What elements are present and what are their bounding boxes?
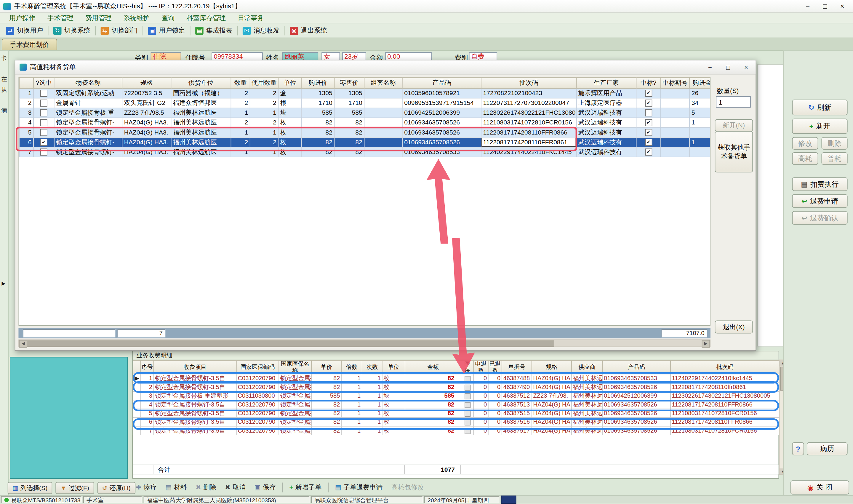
column-header[interactable]: 供货单位 xyxy=(171,78,231,89)
cell-seq[interactable]: 5 xyxy=(141,409,154,417)
cell-sel[interactable] xyxy=(34,98,54,108)
cell-product[interactable]: 0106934635708533 xyxy=(602,374,671,382)
cell-spec[interactable]: HAZ04(G) HA3. xyxy=(122,128,171,138)
cell-retail[interactable]: 1305 xyxy=(334,88,364,98)
column-header[interactable]: 单价 xyxy=(311,360,341,374)
cell-supplier[interactable]: 福州美林远 xyxy=(571,400,603,409)
column-header[interactable]: 国家医保名称 xyxy=(279,360,311,374)
cell-seq[interactable]: 1 xyxy=(141,374,154,382)
cell-product[interactable]: 0103596010578921 xyxy=(402,88,481,98)
cell-refd[interactable]: 0 xyxy=(488,426,502,435)
clinic-button[interactable]: ✚诊疗 xyxy=(132,482,161,493)
cell-num[interactable]: 5 xyxy=(19,128,34,138)
exit-dialog-button[interactable]: 退出(X) xyxy=(715,320,753,333)
column-header[interactable]: 使用数量 xyxy=(250,78,278,89)
suborder-refund-button[interactable]: ▤子单退费申请 xyxy=(331,482,386,493)
cell-item[interactable]: 锁定型金属接骨螺钉-3.5自 xyxy=(154,417,236,426)
table-row[interactable]: 4锁定型金属接骨螺钉-3.5自C0312020790锁定型金属接8211枚820… xyxy=(133,400,779,409)
integrated-report-button[interactable]: ▤集成报表 xyxy=(192,26,236,35)
column-header[interactable]: 数量 xyxy=(231,78,250,89)
cell-insname[interactable]: 锁定型金属接 xyxy=(279,383,311,391)
charge-detail-grid[interactable]: 序号收费项目国家医保编码国家医保名称单价倍数次数单位金额医保申退数已退数单据号规… xyxy=(133,360,780,435)
cell-unit[interactable]: 枚 xyxy=(278,147,302,157)
cell-qty[interactable]: 2 xyxy=(231,88,250,98)
column-header[interactable]: 批次码 xyxy=(671,360,779,374)
cell-buy[interactable]: 1710 xyxy=(302,98,334,108)
cell-refd[interactable]: 0 xyxy=(488,383,502,391)
cell-item[interactable]: 锁定型金属接骨螺钉-3.5自 xyxy=(154,400,236,409)
column-header[interactable]: 医保 xyxy=(461,360,473,374)
cell-apply[interactable]: 0 xyxy=(473,383,488,391)
cell-set[interactable] xyxy=(364,128,402,138)
cell-doc[interactable]: 46387512 xyxy=(502,391,532,400)
cell-supplier[interactable]: 福州美林远航医 xyxy=(171,147,231,157)
column-header[interactable]: 收费项目 xyxy=(154,360,236,374)
menu-daily[interactable]: 日常事务 xyxy=(232,13,270,22)
table-row[interactable]: 4锁定型金属接骨螺钉-HAZ04(G) HA3.福州美林远航医22枚828201… xyxy=(19,118,710,128)
cell-seq[interactable]: 6 xyxy=(141,417,154,426)
cell-amt[interactable]: 82 xyxy=(405,374,461,382)
cell-batch[interactable]: 11220817174208110ffr0861 xyxy=(671,383,779,391)
cell-retail[interactable]: 82 xyxy=(334,128,364,138)
cell-mk[interactable] xyxy=(133,426,141,435)
cell-amt[interactable]: 585 xyxy=(405,391,461,400)
cell-maker[interactable]: 武汉迈瑞科技有 xyxy=(576,138,636,147)
cell-name[interactable]: 金属骨针 xyxy=(54,98,122,108)
table-row[interactable]: 6锁定型金属接骨螺钉-3.5自C0312020790锁定型金属接8211枚820… xyxy=(133,417,779,426)
cell-buy[interactable]: 1305 xyxy=(302,88,334,98)
cell-sel[interactable] xyxy=(34,138,54,147)
checkbox[interactable] xyxy=(645,100,652,107)
cell-used[interactable]: 2 xyxy=(250,88,278,98)
cell-set[interactable] xyxy=(364,98,402,108)
cell-seq[interactable]: 3 xyxy=(141,391,154,400)
cell-product[interactable]: 0106934635708526 xyxy=(402,138,481,147)
cell-code[interactable]: C0312020790 xyxy=(236,417,279,426)
checkbox[interactable] xyxy=(464,376,470,382)
checkbox[interactable] xyxy=(40,139,48,146)
grid-horizontal-scrollbar[interactable]: ◀ ▶ xyxy=(18,340,710,347)
cell-ins[interactable] xyxy=(461,383,473,391)
cell-period[interactable] xyxy=(661,98,689,108)
cancel-button[interactable]: ✖取消 xyxy=(221,482,250,493)
table-row[interactable]: 1双固定螺钉系统(运动72200752 3.5国药器械（福建）22盒130513… xyxy=(19,88,710,98)
checkbox[interactable] xyxy=(40,129,48,136)
cell-ins[interactable] xyxy=(461,417,473,426)
cell-apply[interactable]: 0 xyxy=(473,426,488,435)
column-header[interactable]: 次数 xyxy=(362,360,382,374)
cell-refd[interactable]: 0 xyxy=(488,400,502,409)
cell-used[interactable]: 1 xyxy=(250,147,278,157)
column-header[interactable]: 中标期号 xyxy=(661,78,689,89)
cell-supplier[interactable]: 福州美林远航医 xyxy=(171,108,231,118)
switch-system-button[interactable]: ↻切换系统 xyxy=(50,26,94,35)
column-header[interactable]: 单据号 xyxy=(502,360,532,374)
column-header[interactable] xyxy=(19,78,34,89)
cell-doc[interactable]: 46387515 xyxy=(502,409,532,417)
close-button[interactable]: ◉关 闭 xyxy=(791,480,849,494)
cell-mult[interactable]: 1 xyxy=(341,426,362,435)
column-header[interactable]: 单位 xyxy=(278,78,302,89)
cell-amt[interactable]: 82 xyxy=(405,409,461,417)
cell-insname[interactable]: 锁定型金属接 xyxy=(279,417,311,426)
checkbox[interactable] xyxy=(464,384,470,390)
cell-mk[interactable] xyxy=(133,417,141,426)
cell-product[interactable]: 0106934635708526 xyxy=(402,128,481,138)
cell-supplier[interactable]: 福州美林远 xyxy=(571,409,603,417)
cell-period[interactable] xyxy=(661,138,689,147)
cell-amt[interactable]: 26 xyxy=(689,88,710,98)
table-row[interactable]: 5锁定型金属接骨螺钉-HAZ04(G) HA3.福州美林远航医11枚828201… xyxy=(19,128,710,138)
message-button[interactable]: ✉消息收发 xyxy=(239,26,284,35)
add-suborder-button[interactable]: +新增子单 xyxy=(286,482,325,493)
cell-used[interactable]: 1 xyxy=(250,128,278,138)
cell-sel[interactable] xyxy=(34,88,54,98)
cell-batch[interactable]: 112302261743022121FHC13080005 xyxy=(671,391,779,400)
cell-maker[interactable]: 上海康定医疗器 xyxy=(576,98,636,108)
cell-ins[interactable] xyxy=(461,426,473,435)
delete-row-button[interactable]: 删除 xyxy=(822,137,848,150)
table-row[interactable]: ▶1锁定型金属接骨螺钉-3.5自C0312020790锁定型金属接8211枚82… xyxy=(133,374,779,382)
cell-seq[interactable]: 4 xyxy=(141,400,154,409)
menu-user-ops[interactable]: 用户操作 xyxy=(3,13,41,22)
cell-batch[interactable]: 112402291744022410fkc1445 xyxy=(671,374,779,382)
cell-buy[interactable]: 82 xyxy=(302,128,334,138)
cell-period[interactable] xyxy=(661,147,689,157)
cell-batch[interactable]: 11220817174208110FFR0861 xyxy=(481,138,576,147)
